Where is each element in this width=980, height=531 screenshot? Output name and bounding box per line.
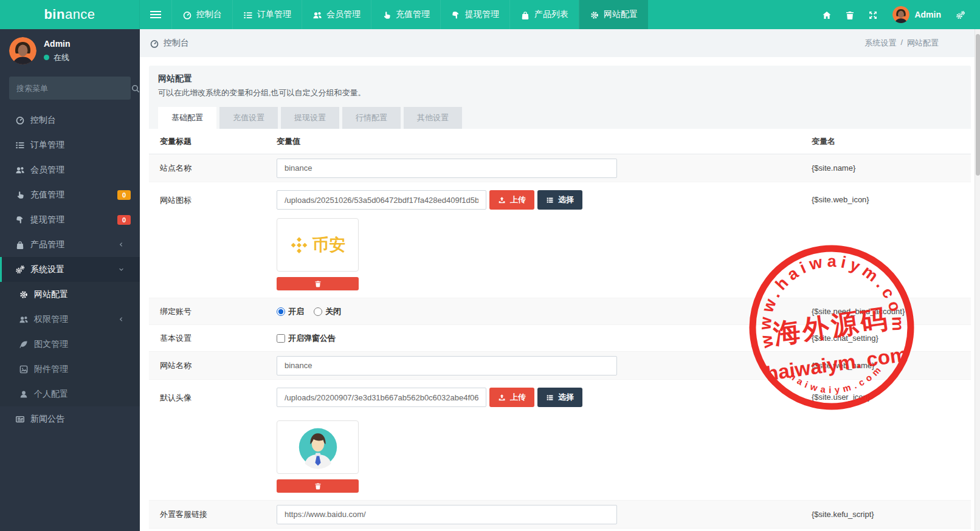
hand-down-icon — [15, 215, 24, 224]
sidebar: Admin 在线 控制台 订单管理 会员管理 充值管理0 提现管理0 产品管理 … — [0, 29, 140, 531]
sidebar-item-dashboard[interactable]: 控制台 — [0, 108, 140, 132]
sidebar-item-site-config[interactable]: 网站配置 — [0, 282, 140, 307]
tab-basic-config[interactable]: 基础配置 — [158, 107, 216, 129]
delete-web-icon-button[interactable] — [277, 277, 359, 290]
breadcrumb-site-config: 网站配置 — [907, 38, 939, 49]
radio-on[interactable] — [277, 307, 285, 316]
sidebar-item-attachments[interactable]: 附件管理 — [0, 357, 140, 382]
cogs-icon — [956, 10, 965, 19]
table-row: 站点名称 {$site.name} — [149, 154, 971, 182]
breadcrumb: 系统设置 / 网站配置 — [864, 38, 939, 49]
hand-up-icon — [15, 190, 24, 199]
web-name-input[interactable] — [277, 356, 617, 375]
choose-button[interactable]: 选择 — [537, 190, 582, 210]
config-tabs: 基础配置 充值设置 提现设置 行情配置 其他设置 — [158, 107, 962, 129]
home-button[interactable] — [815, 0, 838, 29]
delete-user-icon-button[interactable] — [277, 479, 359, 493]
sidebar-item-recharge[interactable]: 充值管理0 — [0, 182, 140, 207]
table-row: 弹窗公告 {$site.alert_notice} — [149, 529, 971, 531]
chevron-down-icon — [118, 266, 125, 273]
vertical-scrollbar-track — [975, 29, 980, 531]
topnav-orders[interactable]: 订单管理 — [232, 0, 302, 29]
popup-notice-checkbox-option[interactable]: 开启弹窗公告 — [277, 333, 336, 344]
sidebar-item-profile[interactable]: 个人配置 — [0, 382, 140, 406]
sidebar-item-permissions[interactable]: 权限管理 — [0, 307, 140, 332]
topnav-site-config[interactable]: 网站配置 — [579, 0, 648, 29]
topnav-members[interactable]: 会员管理 — [302, 0, 371, 29]
user-icon-input[interactable] — [277, 388, 486, 407]
main-content: 控制台 系统设置 / 网站配置 网站配置 可以在此增改系统的变量和分组,也可以自… — [140, 29, 980, 531]
menu-search-input[interactable] — [9, 84, 131, 93]
fullscreen-button[interactable] — [861, 0, 884, 29]
default-avatar-image — [296, 425, 340, 469]
dashboard-icon — [15, 115, 24, 125]
chevron-left-icon — [118, 316, 125, 323]
cogs-icon — [15, 265, 24, 274]
sidebar-item-orders[interactable]: 订单管理 — [0, 132, 140, 157]
topnav-dashboard[interactable]: 控制台 — [171, 0, 232, 29]
app-logo[interactable]: binance — [0, 0, 140, 29]
content-header-title: 控制台 — [150, 38, 189, 49]
upload-button[interactable]: 上传 — [489, 388, 534, 407]
top-nav: 控制台 订单管理 会员管理 充值管理 提现管理 产品列表 网站配置 — [171, 0, 648, 29]
dashboard-icon — [182, 10, 192, 19]
topnav-recharge[interactable]: 充值管理 — [371, 0, 440, 29]
users-icon — [312, 10, 322, 19]
list-icon — [15, 140, 24, 149]
clear-cache-button[interactable] — [838, 0, 861, 29]
sidebar-item-articles[interactable]: 图文管理 — [0, 332, 140, 357]
choose-button[interactable]: 选择 — [537, 388, 582, 407]
tab-other-settings[interactable]: 其他设置 — [404, 107, 462, 129]
sidebar-user-status: 在线 — [44, 52, 71, 63]
panel-heading: 网站配置 可以在此增改系统的变量和分组,也可以自定义分组和变量。 基础配置 充值… — [149, 66, 971, 129]
topbar-avatar[interactable] — [892, 6, 909, 23]
bind-account-off-option[interactable]: 关闭 — [314, 306, 341, 317]
upload-icon — [498, 394, 506, 402]
table-row: 外置客服链接 {$site.kefu_script} — [149, 501, 971, 529]
sidebar-item-news[interactable]: 新闻公告 — [0, 406, 140, 431]
upload-button[interactable]: 上传 — [489, 190, 534, 210]
bind-account-on-option[interactable]: 开启 — [277, 306, 304, 317]
binance-logo-icon — [289, 235, 309, 255]
list-icon — [546, 196, 554, 204]
site-config-panel: 网站配置 可以在此增改系统的变量和分组,也可以自定义分组和变量。 基础配置 充值… — [149, 66, 971, 531]
list-icon — [546, 394, 554, 402]
tab-market-config[interactable]: 行情配置 — [342, 107, 401, 129]
tab-recharge-settings[interactable]: 充值设置 — [219, 107, 278, 129]
topnav-products[interactable]: 产品列表 — [509, 0, 579, 29]
withdraw-badge: 0 — [117, 215, 131, 225]
site-name-input[interactable] — [277, 159, 617, 178]
vertical-scrollbar-thumb[interactable] — [976, 34, 980, 176]
kefu-link-input[interactable] — [277, 505, 617, 524]
tab-withdraw-settings[interactable]: 提现设置 — [281, 107, 339, 129]
search-icon — [131, 84, 140, 93]
topbar-username[interactable]: Admin — [914, 10, 941, 19]
topbar-right: Admin — [815, 0, 980, 29]
recharge-badge: 0 — [117, 190, 131, 200]
trash-icon — [314, 482, 322, 490]
sidebar-item-members[interactable]: 会员管理 — [0, 157, 140, 182]
web-icon-input[interactable] — [277, 190, 486, 210]
settings-menu-button[interactable] — [948, 0, 971, 29]
trash-icon — [845, 10, 854, 19]
popup-notice-checkbox[interactable] — [277, 334, 285, 343]
sidebar-item-product-mgmt[interactable]: 产品管理 — [0, 232, 140, 257]
list-icon — [243, 10, 252, 19]
home-icon — [822, 10, 831, 19]
radio-off[interactable] — [314, 307, 322, 316]
sidebar-item-system-settings[interactable]: 系统设置 — [0, 257, 140, 282]
topnav-withdraw[interactable]: 提现管理 — [440, 0, 509, 29]
table-row: 网站名称 {$site.web_name} — [149, 352, 971, 380]
sidebar-avatar[interactable] — [9, 37, 36, 64]
menu-search-button[interactable] — [131, 84, 140, 93]
trash-icon — [314, 280, 322, 287]
users-icon — [19, 315, 28, 324]
online-dot-icon — [44, 55, 49, 60]
sidebar-item-withdraw[interactable]: 提现管理0 — [0, 207, 140, 232]
sidebar-menu: 控制台 订单管理 会员管理 充值管理0 提现管理0 产品管理 系统设置 网站配置… — [0, 108, 140, 431]
top-navbar: binance 控制台 订单管理 会员管理 充值管理 提现管理 产品列表 网站配… — [0, 0, 980, 29]
sidebar-toggle-button[interactable] — [140, 0, 171, 29]
content-header: 控制台 系统设置 / 网站配置 — [140, 29, 980, 57]
breadcrumb-system-settings[interactable]: 系统设置 — [864, 38, 896, 49]
users-icon — [15, 165, 24, 174]
